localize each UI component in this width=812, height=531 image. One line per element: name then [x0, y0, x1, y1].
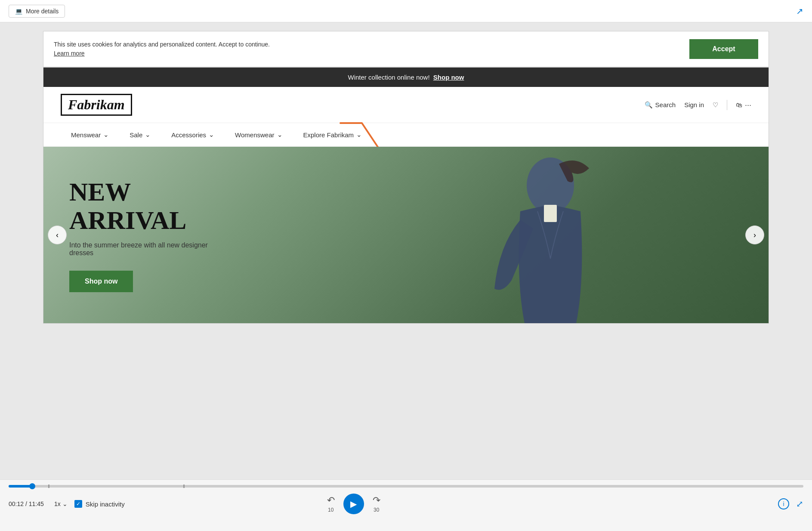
progress-marker-1	[48, 485, 49, 488]
player-controls: 00:12 / 11:45 1x ⌄ ✓ Skip inactivity ↶ 1…	[9, 494, 803, 514]
winter-text: Winter collection online now!	[348, 74, 430, 81]
hero-banner: NEW ARRIVAL Into the summer breeze with …	[43, 147, 769, 323]
shop-now-link[interactable]: Shop now	[433, 74, 464, 81]
skip-inactivity-checkbox[interactable]: ✓	[74, 500, 82, 508]
more-details-label: More details	[26, 8, 59, 15]
hero-content: NEW ARRIVAL Into the summer breeze with …	[43, 152, 259, 318]
hero-next-button[interactable]: ›	[745, 225, 764, 244]
skip-forward-icon: ↷	[373, 495, 380, 506]
signin-action[interactable]: Sign in	[684, 101, 704, 108]
skip-back-label: 10	[328, 507, 333, 513]
svg-rect-2	[544, 205, 557, 222]
nav-label-accessories: Accessories	[171, 131, 206, 139]
hero-title: NEW ARRIVAL	[69, 178, 233, 235]
hero-prev-button[interactable]: ‹	[48, 225, 67, 244]
play-button[interactable]: ▶	[343, 494, 364, 514]
nav-item-accessories[interactable]: Accessories ⌄	[161, 123, 225, 146]
nav-item-explore[interactable]: Explore Fabrikam ⌄	[293, 123, 373, 146]
chevron-down-icon: ⌄	[103, 131, 109, 139]
chevron-down-icon-explore: ⌄	[356, 131, 362, 139]
nav-label-menswear: Menswear	[71, 131, 101, 139]
total-time: 11:45	[29, 500, 44, 507]
wishlist-action[interactable]: ♡	[713, 101, 718, 109]
chevron-down-icon-women: ⌄	[277, 131, 283, 139]
fullscreen-button[interactable]: ⤢	[796, 499, 803, 509]
progress-bar[interactable]	[9, 485, 803, 488]
speed-value: 1x	[54, 500, 61, 507]
progress-thumb[interactable]	[29, 483, 35, 489]
progress-marker-2	[183, 485, 185, 488]
skip-back-button[interactable]: ↶ 10	[327, 495, 335, 513]
center-controls: ↶ 10 ▶ ↷ 30	[327, 494, 380, 514]
nav-item-womenswear[interactable]: Womenswear ⌄	[225, 123, 293, 146]
skip-inactivity-label: Skip inactivity	[86, 500, 125, 508]
cookie-message: This site uses cookies for analytics and…	[54, 41, 270, 48]
heart-icon: ♡	[713, 101, 718, 109]
search-icon: 🔍	[645, 101, 653, 109]
winter-banner: Winter collection online now! Shop now	[43, 68, 769, 87]
hero-model-figure	[477, 147, 624, 323]
speed-button[interactable]: 1x ⌄	[54, 500, 68, 507]
top-bar: 💻 More details ↗	[0, 0, 812, 22]
nav-label-explore: Explore Fabrikam	[303, 131, 354, 139]
speed-chevron: ⌄	[62, 500, 68, 507]
model-svg	[490, 151, 611, 323]
accept-button[interactable]: Accept	[689, 39, 758, 59]
share-icon[interactable]: ↗	[796, 6, 803, 16]
site-nav: Menswear ⌄ Sale ⌄ Accessories ⌄ Womenswe…	[43, 123, 769, 147]
top-bar-right: ↗	[796, 6, 803, 16]
more-details-button[interactable]: 💻 More details	[9, 5, 65, 18]
learn-more-link[interactable]: Learn more	[54, 50, 85, 57]
header-actions: 🔍 Search Sign in ♡ 🛍 ⋯	[645, 100, 751, 110]
nav-item-menswear[interactable]: Menswear ⌄	[61, 123, 119, 146]
progress-fill	[9, 485, 32, 488]
site-header: Fabrikam 🔍 Search Sign in ♡ 🛍 ⋯	[43, 87, 769, 123]
cookie-banner: This site uses cookies for analytics and…	[43, 31, 769, 67]
chevron-down-icon-acc: ⌄	[209, 131, 214, 139]
skip-back-icon: ↶	[327, 495, 335, 506]
current-time: 00:12	[9, 500, 24, 507]
main-content: This site uses cookies for analytics and…	[0, 22, 812, 332]
info-button[interactable]: i	[778, 498, 789, 509]
cookie-text: This site uses cookies for analytics and…	[54, 40, 270, 58]
nav-item-sale[interactable]: Sale ⌄	[119, 123, 161, 146]
site-logo[interactable]: Fabrikam	[61, 94, 132, 116]
skip-forward-button[interactable]: ↷ 30	[373, 495, 380, 513]
monitor-icon: 💻	[15, 8, 22, 15]
time-display: 00:12 / 11:45	[9, 500, 47, 507]
cart-menu-icon: ⋯	[745, 101, 751, 109]
shop-site: Winter collection online now! Shop now F…	[43, 67, 769, 324]
search-label: Search	[655, 101, 676, 108]
chevron-down-icon-sale: ⌄	[145, 131, 151, 139]
signin-label: Sign in	[684, 101, 704, 108]
hero-cta-button[interactable]: Shop now	[69, 271, 133, 292]
header-divider	[727, 100, 727, 110]
cart-action[interactable]: 🛍 ⋯	[736, 101, 751, 109]
skip-forward-label: 30	[374, 507, 379, 513]
search-action[interactable]: 🔍 Search	[645, 101, 676, 109]
nav-label-womenswear: Womenswear	[235, 131, 274, 139]
hero-subtitle: Into the summer breeze with all new desi…	[69, 241, 233, 257]
video-player: 00:12 / 11:45 1x ⌄ ✓ Skip inactivity ↶ 1…	[0, 479, 812, 531]
cart-icon: 🛍	[736, 101, 742, 108]
time-separator: /	[25, 500, 29, 507]
nav-label-sale: Sale	[130, 131, 142, 139]
skip-inactivity-control: ✓ Skip inactivity	[74, 500, 125, 508]
right-controls: i ⤢	[778, 498, 803, 509]
